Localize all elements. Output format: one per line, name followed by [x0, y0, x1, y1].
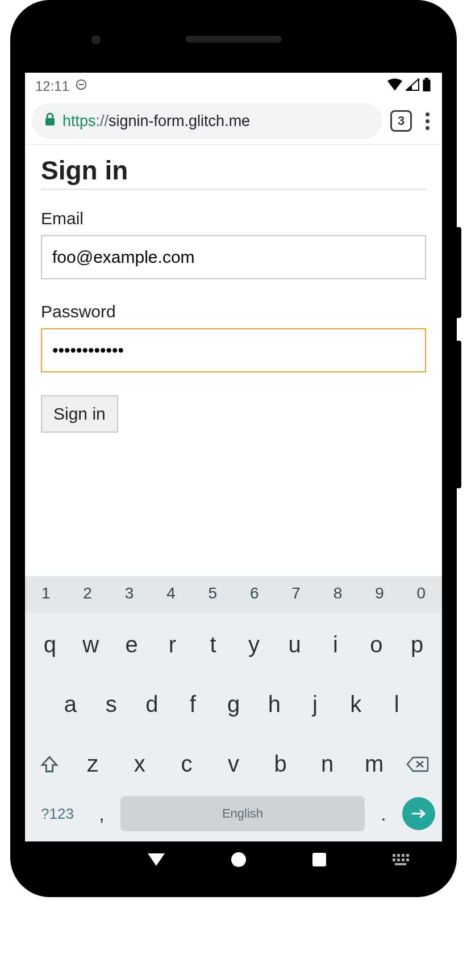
status-bar: 12:11 [25, 73, 442, 99]
key-b[interactable]: b [257, 743, 304, 785]
nav-keyboard-button[interactable] [393, 854, 409, 865]
wifi-icon [387, 78, 402, 94]
password-label: Password [41, 302, 426, 321]
key-3[interactable]: 3 [109, 576, 150, 613]
key-i[interactable]: i [315, 624, 356, 665]
signal-icon [406, 78, 419, 94]
page-content: Sign in Email Password Sign in [25, 145, 442, 576]
key-f[interactable]: f [172, 684, 213, 725]
key-8[interactable]: 8 [317, 576, 358, 613]
key-7[interactable]: 7 [275, 576, 316, 613]
backspace-key[interactable] [398, 743, 437, 785]
overflow-menu-button[interactable] [420, 109, 435, 133]
nav-recent-button[interactable] [312, 853, 326, 866]
key-0[interactable]: 0 [401, 576, 442, 613]
shift-key[interactable] [30, 743, 69, 785]
svg-rect-2 [423, 79, 430, 91]
key-j[interactable]: j [295, 684, 336, 725]
key-k[interactable]: k [335, 684, 376, 725]
nav-back-button[interactable] [148, 853, 165, 866]
key-m[interactable]: m [351, 743, 398, 785]
android-nav-bar [25, 843, 442, 877]
key-u[interactable]: u [274, 624, 315, 665]
lock-icon [44, 112, 56, 130]
keyboard-row-1: qwertyuiop [25, 613, 442, 672]
key-o[interactable]: o [356, 624, 397, 665]
divider [41, 189, 426, 190]
key-9[interactable]: 9 [358, 576, 400, 613]
keyboard-number-row: 1234567890 [25, 576, 442, 613]
key-t[interactable]: t [193, 624, 234, 665]
battery-icon [423, 78, 431, 95]
comma-key[interactable]: , [87, 803, 116, 825]
key-r[interactable]: r [152, 624, 193, 665]
key-y[interactable]: y [234, 624, 274, 665]
tab-count: 3 [398, 114, 405, 128]
key-v[interactable]: v [210, 743, 257, 785]
omnibox[interactable]: https://signin-form.glitch.me [32, 103, 382, 139]
side-button [457, 227, 461, 318]
signin-button[interactable]: Sign in [41, 395, 118, 433]
symbols-key[interactable]: ?123 [32, 805, 83, 823]
url-sep: :// [96, 112, 109, 129]
spacebar-key[interactable]: English [120, 796, 365, 831]
phone-frame: 12:11 [10, 0, 457, 897]
svg-rect-3 [425, 78, 429, 79]
period-key[interactable]: . [369, 803, 398, 825]
keyboard-row-2: asdfghjkl [25, 672, 442, 732]
key-6[interactable]: 6 [234, 576, 275, 613]
phone-speaker [185, 36, 282, 43]
email-label: Email [41, 209, 426, 228]
url-scheme: https [62, 112, 96, 129]
browser-toolbar: https://signin-form.glitch.me 3 [25, 99, 442, 145]
status-time: 12:11 [35, 78, 69, 94]
key-4[interactable]: 4 [150, 576, 191, 613]
tab-switcher-button[interactable]: 3 [390, 110, 412, 132]
key-h[interactable]: h [254, 684, 295, 725]
nav-home-button[interactable] [231, 852, 246, 867]
key-l[interactable]: l [376, 684, 417, 725]
svg-rect-4 [45, 118, 55, 125]
key-w[interactable]: w [70, 624, 111, 665]
key-x[interactable]: x [116, 743, 164, 785]
key-2[interactable]: 2 [66, 576, 108, 613]
url-text: https://signin-form.glitch.me [62, 112, 250, 130]
key-a[interactable]: a [50, 684, 91, 725]
password-field[interactable] [41, 328, 426, 372]
enter-key[interactable] [402, 797, 435, 830]
key-n[interactable]: n [304, 743, 351, 785]
keyboard-bottom-row: ?123 , English . [25, 791, 442, 841]
key-d[interactable]: d [132, 684, 173, 725]
phone-camera [91, 35, 101, 44]
key-5[interactable]: 5 [192, 576, 234, 613]
key-c[interactable]: c [163, 743, 210, 785]
keyboard-row-3: zxcvbnm [25, 732, 442, 791]
page-title: Sign in [41, 155, 426, 186]
key-q[interactable]: q [30, 624, 70, 665]
key-p[interactable]: p [397, 624, 437, 665]
key-e[interactable]: e [111, 624, 152, 665]
key-1[interactable]: 1 [25, 576, 66, 613]
dnd-icon [75, 78, 87, 94]
side-button [457, 341, 461, 488]
key-z[interactable]: z [69, 743, 116, 785]
key-g[interactable]: g [213, 684, 254, 725]
url-host: signin-form.glitch.me [109, 112, 250, 129]
email-field[interactable] [41, 235, 426, 279]
key-s[interactable]: s [91, 684, 132, 725]
soft-keyboard: 1234567890 qwertyuiop asdfghjkl zxcvbnm … [25, 576, 442, 841]
